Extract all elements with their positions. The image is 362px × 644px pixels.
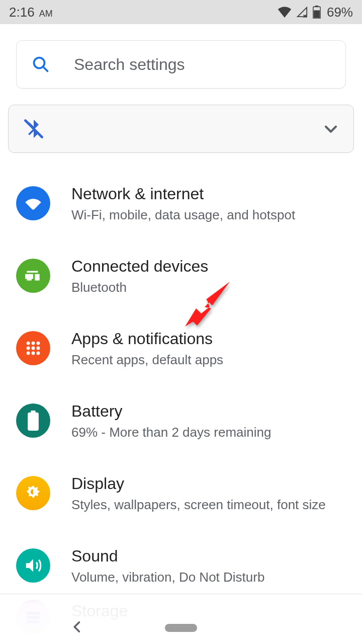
devices-icon <box>16 259 50 293</box>
svg-point-11 <box>37 347 40 350</box>
status-clock: 2:16 AM <box>9 5 53 20</box>
bluetooth-disabled-icon <box>23 118 45 140</box>
sound-icon <box>16 548 50 583</box>
home-gesture-pill[interactable] <box>165 624 197 632</box>
settings-list: Network & internet Wi-Fi, mobile, data u… <box>0 167 362 602</box>
back-button[interactable] <box>70 620 84 634</box>
svg-point-6 <box>27 342 30 345</box>
battery-icon <box>313 6 321 19</box>
svg-point-7 <box>32 342 35 345</box>
battery-icon <box>16 404 50 438</box>
settings-item-battery[interactable]: Battery 69% - More than 2 days remaining <box>0 384 362 457</box>
settings-item-subtitle: Recent apps, default apps <box>71 352 223 368</box>
settings-item-network[interactable]: Network & internet Wi-Fi, mobile, data u… <box>0 167 362 239</box>
svg-rect-2 <box>314 10 320 18</box>
svg-line-4 <box>43 67 48 71</box>
search-placeholder: Search settings <box>74 55 185 74</box>
status-icons: 69% <box>278 5 353 20</box>
settings-item-subtitle: Styles, wallpapers, screen timeout, font… <box>71 497 326 513</box>
settings-item-title: Battery <box>71 401 271 421</box>
chevron-down-icon <box>322 120 339 137</box>
settings-item-subtitle: 69% - More than 2 days remaining <box>71 424 271 441</box>
settings-item-title: Apps & notifications <box>71 329 223 349</box>
status-bar: 2:16 AM 69% <box>0 0 362 24</box>
svg-rect-16 <box>28 413 39 431</box>
cell-signal-icon <box>296 7 309 18</box>
status-battery-pct: 69% <box>327 5 353 20</box>
settings-item-subtitle: Bluetooth <box>71 279 208 296</box>
svg-point-8 <box>37 342 40 345</box>
settings-item-display[interactable]: Display Styles, wallpapers, screen timeo… <box>0 457 362 529</box>
display-icon <box>16 476 50 510</box>
settings-item-devices[interactable]: Connected devices Bluetooth <box>0 239 362 312</box>
wifi-icon <box>278 7 292 18</box>
svg-point-10 <box>32 347 35 350</box>
settings-item-title: Network & internet <box>71 184 295 204</box>
settings-item-subtitle: Volume, vibration, Do Not Disturb <box>71 569 264 586</box>
svg-point-13 <box>32 352 35 355</box>
svg-point-12 <box>27 352 30 355</box>
apps-icon <box>16 331 50 365</box>
settings-item-title: Connected devices <box>71 256 208 276</box>
status-ampm: AM <box>39 9 53 19</box>
svg-point-9 <box>27 347 30 350</box>
svg-rect-1 <box>315 6 318 7</box>
settings-item-apps[interactable]: Apps & notifications Recent apps, defaul… <box>0 312 362 384</box>
search-settings[interactable]: Search settings <box>16 40 346 89</box>
gesture-nav-bar <box>0 612 362 644</box>
settings-item-subtitle: Wi-Fi, mobile, data usage, and hotspot <box>71 207 295 223</box>
svg-point-14 <box>37 352 40 355</box>
wifi-icon <box>16 186 50 220</box>
suggestion-card[interactable] <box>8 105 354 153</box>
settings-item-title: Display <box>71 473 326 494</box>
settings-item-sound[interactable]: Sound Volume, vibration, Do Not Disturb <box>0 529 362 602</box>
status-time: 2:16 <box>9 5 35 20</box>
settings-item-title: Sound <box>71 546 264 566</box>
search-icon <box>32 55 50 73</box>
